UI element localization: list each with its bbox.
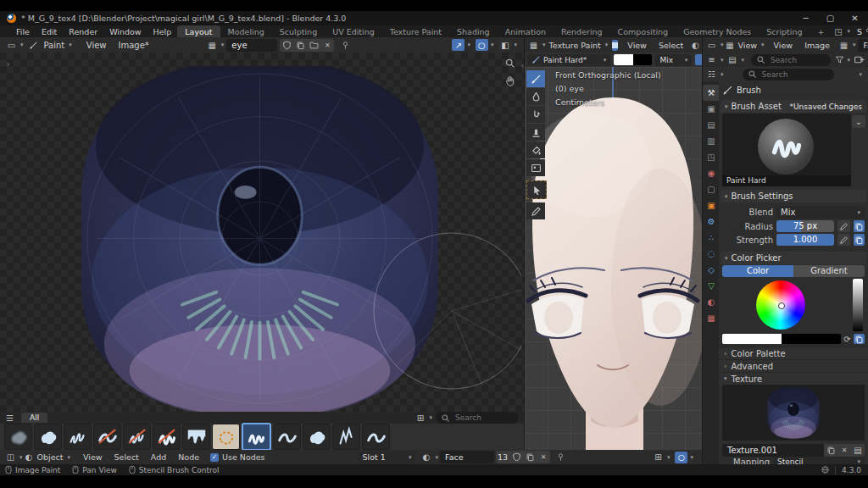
fill-tool-button[interactable] bbox=[526, 141, 545, 158]
duplicate-image-icon[interactable] bbox=[293, 39, 307, 52]
material-users-count[interactable]: 13 bbox=[496, 451, 509, 463]
value-slider[interactable] bbox=[853, 279, 863, 331]
color-picker-panel-header[interactable]: ▾ Color Picker bbox=[721, 252, 866, 264]
image-editor-type-icon[interactable]: ▭ bbox=[5, 39, 18, 51]
pin-icon[interactable] bbox=[556, 452, 565, 462]
workspace-tab-scripting[interactable]: Scripting bbox=[759, 25, 810, 38]
brush-thumbnail-scratch-3[interactable] bbox=[153, 424, 181, 450]
tab-object-data[interactable]: ▽ bbox=[703, 278, 720, 294]
workspace-tab-layout[interactable]: Layout bbox=[177, 25, 220, 38]
blend-dropdown[interactable]: Mix ▾ bbox=[776, 206, 865, 219]
brush-preview[interactable]: Paint Hard bbox=[722, 114, 851, 186]
mini-editor-image-menu[interactable]: Image bbox=[798, 41, 836, 50]
image-editor-view-menu[interactable]: View bbox=[81, 41, 113, 50]
display-size-icon[interactable]: ⊞ bbox=[414, 412, 426, 424]
maximize-button[interactable]: ▢ bbox=[824, 13, 837, 25]
unlink-image-icon[interactable]: ✕ bbox=[320, 39, 334, 52]
tab-particles[interactable]: ∴ bbox=[703, 230, 720, 246]
properties-type-icon[interactable]: ☷ bbox=[705, 69, 718, 80]
radius-unified-icon[interactable] bbox=[854, 220, 865, 232]
menu-window[interactable]: Window bbox=[103, 27, 147, 36]
shader-mode-dropdown[interactable]: Object bbox=[36, 452, 65, 462]
brush-thumbnail-wave[interactable] bbox=[362, 424, 390, 450]
mode-icon[interactable]: ▦ bbox=[527, 39, 540, 51]
viewport-view-menu[interactable]: View bbox=[621, 41, 653, 50]
asset-shelf-tab-all[interactable]: All bbox=[21, 413, 47, 423]
brush-preview-dropdown-button[interactable]: ⌄ bbox=[852, 115, 865, 128]
asset-shelf-menu-icon[interactable]: ☰ bbox=[3, 412, 16, 424]
primary-color-swatch[interactable] bbox=[614, 54, 633, 65]
soften-tool-button[interactable] bbox=[526, 88, 545, 105]
pin-icon[interactable] bbox=[341, 41, 350, 50]
scene-icon[interactable]: ◳ bbox=[832, 25, 845, 37]
mini-editor-view-menu[interactable]: View bbox=[768, 41, 799, 50]
outliner-search-input[interactable] bbox=[769, 55, 832, 65]
radius-pressure-icon[interactable] bbox=[837, 220, 850, 232]
tab-texture[interactable]: ▦ bbox=[703, 310, 720, 326]
outliner-search[interactable] bbox=[751, 54, 831, 66]
workspace-tab-animation[interactable]: Animation bbox=[498, 25, 554, 38]
asset-shelf-search-input[interactable] bbox=[453, 413, 516, 423]
texture-preview[interactable] bbox=[722, 385, 865, 441]
shader-editor-type-icon[interactable]: ◫ bbox=[4, 452, 17, 463]
snap-icon[interactable]: ↗ bbox=[452, 39, 465, 51]
brush-thumbnail-airbrush[interactable] bbox=[4, 424, 32, 450]
swap-colors-icon[interactable]: ⟳ bbox=[841, 333, 854, 345]
image-browse-icon[interactable]: ▦ bbox=[837, 39, 850, 51]
workspace-tab-compositing[interactable]: Compositing bbox=[610, 25, 676, 38]
brush-thumbnail-drip[interactable] bbox=[182, 424, 210, 450]
tab-modifiers[interactable]: ⚙ bbox=[703, 214, 720, 230]
annotate-tool-button[interactable] bbox=[526, 202, 545, 219]
strength-unified-icon[interactable] bbox=[854, 234, 865, 246]
node-overlay-icon[interactable]: ⊞ bbox=[652, 452, 665, 463]
draw-tool-button[interactable] bbox=[526, 70, 545, 87]
radius-slider[interactable]: 75 px bbox=[776, 220, 834, 232]
material-slot-dropdown[interactable]: Slot 1▾ bbox=[359, 451, 416, 463]
brush-thumbnail-paint-soft[interactable] bbox=[34, 424, 62, 450]
material-shield-icon[interactable] bbox=[509, 451, 523, 463]
brush-thumbnail-smear[interactable] bbox=[303, 424, 331, 450]
texture-unlink-icon[interactable]: ✕ bbox=[837, 444, 851, 457]
brush-thumbnail-scratch-2[interactable] bbox=[123, 424, 151, 450]
shader-select-menu[interactable]: Select bbox=[108, 452, 145, 462]
proportional-falloff-icon[interactable]: ○ bbox=[476, 39, 488, 51]
viewport-shading-sphere-icon[interactable]: ○ bbox=[675, 452, 687, 463]
tab-constraints[interactable]: ◇ bbox=[703, 262, 720, 278]
filter-icon[interactable] bbox=[835, 55, 844, 64]
mini-editor-mode-dropdown[interactable]: View bbox=[737, 41, 760, 50]
tab-world[interactable]: ◉ bbox=[703, 165, 720, 181]
workspace-tab-geometry-nodes[interactable]: Geometry Nodes bbox=[676, 25, 759, 38]
texture-slots-toggle[interactable] bbox=[612, 40, 618, 51]
material-copy-icon[interactable] bbox=[523, 451, 537, 463]
brush-asset-panel-header[interactable]: ▾ Brush Asset *Unsaved Changes bbox=[721, 100, 866, 113]
shader-node-menu[interactable]: Node bbox=[172, 452, 205, 462]
tab-physics[interactable]: ◌ bbox=[703, 246, 720, 262]
brush-thumbnail-paint-hard-selected[interactable] bbox=[242, 423, 271, 451]
properties-search[interactable] bbox=[743, 69, 834, 80]
image-editor-type-icon[interactable]: ▭ bbox=[705, 39, 718, 51]
mode-dropdown[interactable]: Texture Paint bbox=[546, 41, 603, 50]
menu-help[interactable]: Help bbox=[147, 27, 178, 36]
sidebar-collapse-arrow[interactable]: ‹ bbox=[516, 59, 524, 71]
texture-slot-icon[interactable]: ◐ bbox=[689, 39, 702, 51]
brush-thumbnail-scribble[interactable] bbox=[64, 424, 92, 450]
network-icon[interactable] bbox=[821, 465, 830, 474]
texture-name-field[interactable]: Texture.001 bbox=[722, 444, 824, 457]
material-unlink-icon[interactable]: ✕ bbox=[537, 451, 550, 463]
toolbar-expand-arrow[interactable]: › bbox=[2, 58, 14, 69]
strength-slider[interactable]: 1.000 bbox=[776, 234, 834, 246]
texture-panel-header[interactable]: ▾ Texture bbox=[719, 372, 868, 385]
blend-mode-dropdown[interactable]: Mix ▾ bbox=[655, 54, 692, 66]
tab-collection[interactable]: ▢ bbox=[703, 181, 720, 197]
tab-output[interactable]: ▤ bbox=[703, 117, 720, 133]
advanced-panel-header[interactable]: › Advanced bbox=[719, 359, 868, 372]
color-palette-panel-header[interactable]: › Color Palette bbox=[719, 347, 868, 359]
menu-file[interactable]: File bbox=[10, 27, 36, 36]
close-button[interactable]: ✕ bbox=[849, 13, 861, 25]
workspace-tab-sculpting[interactable]: Sculpting bbox=[272, 25, 325, 38]
paint-mode-dropdown[interactable]: Paint bbox=[38, 41, 67, 50]
properties-search-input[interactable] bbox=[760, 69, 823, 80]
workspace-tab-rendering[interactable]: Rendering bbox=[554, 25, 610, 38]
tab-view-layer[interactable]: ▥ bbox=[703, 133, 720, 149]
texture-copy-icon[interactable] bbox=[824, 444, 837, 457]
